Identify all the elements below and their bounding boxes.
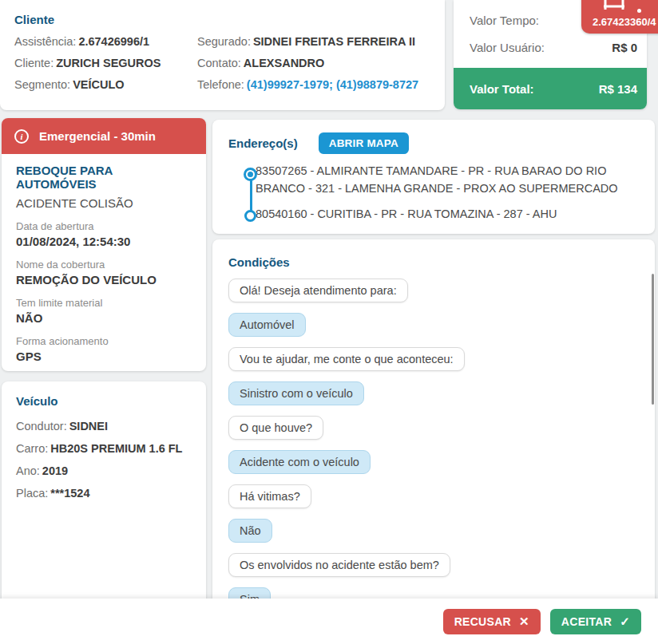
servico-card: i Emergencial - 30min REBOQUE PARA AUTOM… (2, 118, 206, 371)
field-ano: Ano:2019 (16, 464, 192, 479)
detail-label: Data de abertura (16, 220, 192, 232)
chat-message-bot: Olá! Deseja atendimento para: (228, 279, 408, 302)
condicoes-title: Condições (228, 255, 639, 269)
field-cliente: Cliente:ZURICH SEGUROS (14, 56, 197, 71)
field-segurado: Segurado:SIDNEI FREITAS FERREIRA II (197, 34, 430, 49)
close-icon: ✕ (519, 614, 529, 629)
origin-marker-icon (244, 168, 257, 181)
badge-number: 2.67423360/4 (593, 16, 656, 28)
detail-label: Nome da cobertura (16, 259, 192, 271)
chat-message-bot: Os envolvidos no acidente estão bem? (228, 553, 450, 577)
enderecos-card: Endereço(s) ABRIR MAPA 83507265 - ALMIRA… (212, 120, 655, 234)
chat-message-bot: Vou te ajudar, me conte o que aconteceu: (228, 347, 465, 371)
recusar-button[interactable]: RECUSAR ✕ (443, 609, 541, 634)
field-telefone: Telefone:(41)99927-1979; (41)98879-8727 (197, 77, 430, 93)
field-condutor: Condutor:SIDNEI (16, 419, 192, 434)
detail-label: Forma acionamento (16, 335, 192, 347)
dispatch-offer-screen: Cliente Assistência:2.67426996/1 Cliente… (0, 0, 658, 644)
chat-message-bot: Há vitimas? (228, 484, 311, 508)
service-type: ACIDENTE COLISÃO (16, 196, 192, 210)
valor-total-bar: Valor Total: R$ 134 (454, 68, 647, 109)
field-carro: Carro:HB20S PREMIUM 1.6 FL (16, 441, 192, 456)
action-footer: RECUSAR ✕ ACEITAR ✓ (0, 599, 658, 644)
veiculo-title: Veículo (16, 394, 192, 408)
detail-value: 01/08/2024, 12:54:30 (16, 235, 192, 248)
chat-message-bot: O que houve? (228, 416, 323, 440)
emergency-banner: i Emergencial - 30min (2, 118, 206, 154)
field-contato: Contato:ALEXSANDRO (197, 56, 430, 71)
detail-value: REMOÇÃO DO VEÍCULO (16, 273, 192, 286)
badge-dot-icon (637, 9, 641, 13)
chat-message-user: Acidente com o veículo (228, 450, 371, 474)
phone-link[interactable]: (41)99927-1979; (41)98879-8727 (247, 78, 418, 91)
field-assistencia: Assistência:2.67426996/1 (14, 34, 197, 49)
info-icon: i (14, 129, 29, 144)
emergency-banner-label: Emergencial - 30min (39, 129, 156, 143)
valor-total-value: R$ 134 (599, 82, 637, 96)
detail-value: NÃO (16, 311, 192, 325)
abrir-mapa-button[interactable]: ABRIR MAPA (319, 132, 409, 154)
detail-label: Tem limite material (16, 297, 192, 309)
route-timeline: 83507265 - ALMIRANTE TAMANDARE - PR - RU… (228, 163, 642, 223)
chat-message-user: Não (228, 519, 272, 543)
valores-card: Valor Tempo: Valor Usuário: R$ 0 Valor T… (454, 0, 647, 109)
check-icon: ✓ (620, 614, 630, 629)
origin-address: 83507265 - ALMIRANTE TAMANDARE - PR - RU… (256, 163, 653, 197)
tow-truck-icon (604, 0, 624, 13)
destination-marker-icon (244, 210, 256, 222)
chat-scrollbar-thumb[interactable] (652, 274, 654, 405)
cliente-card: Cliente Assistência:2.67426996/1 Cliente… (0, 0, 445, 110)
assistance-badge[interactable]: 2.67423360/4 (581, 0, 658, 34)
veiculo-card: Veículo Condutor:SIDNEI Carro:HB20S PREM… (2, 381, 206, 600)
field-placa: Placa:***1524 (16, 486, 192, 501)
cliente-title: Cliente (14, 13, 430, 26)
cliente-fields: Assistência:2.67426996/1 Cliente:ZURICH … (14, 34, 430, 93)
chat-transcript: Olá! Deseja atendimento para: Automóvel … (228, 279, 639, 611)
destination-address: 80540160 - CURITIBA - PR - RUA TOMAZINA … (256, 206, 642, 223)
detail-value: GPS (16, 350, 192, 363)
chat-message-user: Sinistro com o veículo (228, 381, 364, 405)
condicoes-card: Condições Olá! Deseja atendimento para: … (212, 239, 655, 644)
aceitar-button[interactable]: ACEITAR ✓ (550, 609, 641, 634)
chat-message-user: Automóvel (228, 313, 306, 337)
service-name: REBOQUE PARA AUTOMÓVEIS (16, 164, 192, 191)
valor-usuario-row: Valor Usuário: R$ 0 (454, 40, 647, 54)
field-segmento: Segmento:VEÍCULO (14, 77, 197, 93)
enderecos-title: Endereço(s) (228, 136, 298, 150)
